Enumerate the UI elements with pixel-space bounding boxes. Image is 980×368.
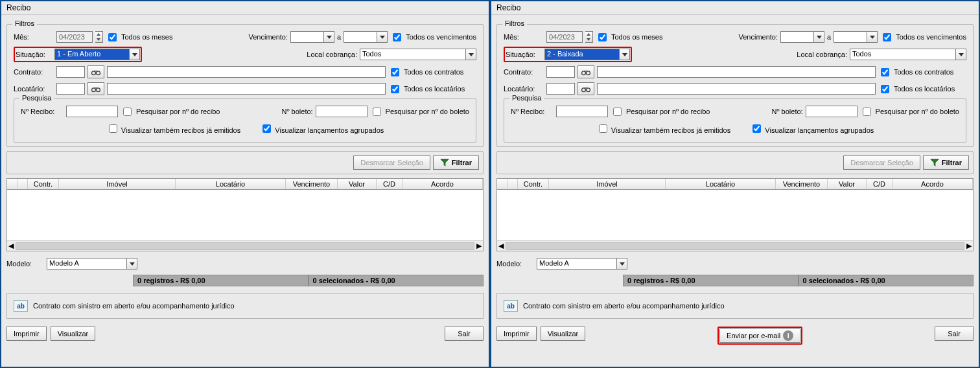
todos-locatarios-label: Todos os locatários	[404, 85, 465, 93]
horizontal-scrollbar[interactable]: ◀ ▶	[7, 240, 483, 251]
svg-point-6	[582, 88, 586, 92]
window-title: Recibo	[1, 1, 489, 15]
modelo-select[interactable]: Modelo A	[47, 258, 137, 270]
todos-contratos-checkbox[interactable]	[391, 68, 399, 76]
situacao-highlight: Situação: 1 - Em Aberto	[14, 47, 142, 62]
contrato-search-button[interactable]	[578, 65, 594, 78]
col-valor[interactable]: Valor	[828, 179, 867, 189]
table-body[interactable]	[497, 190, 973, 240]
visualizar-agrupados-checkbox[interactable]	[262, 124, 271, 133]
chevron-down-icon[interactable]	[126, 259, 137, 269]
scroll-thumb[interactable]	[16, 242, 474, 250]
scroll-left-icon[interactable]: ◀	[8, 242, 14, 250]
pesquisar-boleto-checkbox[interactable]	[863, 108, 871, 116]
imprimir-button[interactable]: Imprimir	[496, 327, 537, 341]
svg-point-1	[97, 71, 100, 75]
chevron-down-icon[interactable]	[867, 32, 877, 42]
locatario-code-input[interactable]	[56, 83, 85, 95]
pesquisar-recibo-checkbox[interactable]	[613, 108, 622, 116]
mes-spinner[interactable]	[56, 31, 93, 43]
chevron-down-icon[interactable]	[619, 49, 629, 60]
horizontal-scrollbar[interactable]: ◀ ▶	[497, 240, 973, 251]
desmarcar-selecao-button[interactable]: Desmarcar Seleção	[843, 155, 920, 170]
n-recibo-input[interactable]	[556, 106, 608, 117]
col-locatario[interactable]: Locatário	[176, 179, 286, 189]
todos-meses-checkbox[interactable]	[108, 33, 117, 41]
contrato-search-button[interactable]	[88, 65, 104, 78]
chevron-down-icon[interactable]	[323, 32, 334, 42]
chevron-down-icon[interactable]	[616, 259, 627, 269]
todos-vencimentos-checkbox[interactable]	[393, 33, 401, 41]
mes-spinner[interactable]	[546, 31, 583, 43]
sair-button[interactable]: Sair	[935, 327, 974, 341]
col-valor[interactable]: Valor	[338, 179, 377, 189]
col-acordo[interactable]: Acordo	[892, 179, 973, 189]
local-cobranca-select[interactable]: Todos	[360, 49, 476, 60]
col-acordo[interactable]: Acordo	[402, 179, 483, 189]
sair-button[interactable]: Sair	[445, 327, 484, 341]
visualizar-agrupados-label: Visualizar lançamentos agrupados	[275, 126, 384, 134]
col-cd[interactable]: C/D	[377, 179, 402, 189]
visualizar-agrupados-checkbox[interactable]	[752, 124, 761, 133]
col-contr[interactable]: Contr.	[518, 179, 549, 189]
filtros-fieldset: Filtros Mês: Todos os meses Vencimento: …	[496, 24, 974, 147]
locatario-search-button[interactable]	[578, 82, 594, 95]
visualizar-emitidos-checkbox[interactable]	[109, 124, 117, 133]
window-title: Recibo	[491, 1, 979, 15]
pesquisar-recibo-checkbox[interactable]	[123, 108, 132, 116]
locatario-desc-input[interactable]	[107, 83, 386, 95]
contrato-code-input[interactable]	[56, 66, 85, 78]
locatario-desc-input[interactable]	[597, 83, 876, 95]
chevron-down-icon[interactable]	[813, 32, 824, 42]
mes-spinner-buttons[interactable]	[585, 31, 593, 43]
todos-locatarios-label: Todos os locatários	[894, 85, 955, 93]
filtrar-button[interactable]: Filtrar	[923, 155, 969, 170]
col-cd[interactable]: C/D	[867, 179, 892, 189]
todos-locatarios-checkbox[interactable]	[881, 85, 889, 93]
visualizar-button[interactable]: Visualizar	[51, 327, 96, 341]
scroll-thumb[interactable]	[506, 242, 964, 250]
n-recibo-input[interactable]	[66, 106, 118, 117]
status-bar: 0 registros - R$ 0,00 0 selecionados - R…	[496, 275, 974, 286]
visualizar-emitidos-checkbox[interactable]	[599, 124, 607, 133]
table-body[interactable]	[7, 190, 483, 240]
modelo-select[interactable]: Modelo A	[537, 258, 627, 270]
funnel-icon	[440, 158, 449, 167]
locatario-code-input[interactable]	[546, 83, 575, 95]
todos-contratos-checkbox[interactable]	[881, 68, 889, 76]
situacao-select[interactable]: 2 - Baixada	[544, 49, 630, 60]
contrato-desc-input[interactable]	[597, 66, 876, 78]
mes-spinner-buttons[interactable]	[95, 31, 103, 43]
desmarcar-selecao-button[interactable]: Desmarcar Seleção	[353, 155, 430, 170]
todos-vencimentos-checkbox[interactable]	[883, 33, 891, 41]
n-boleto-input[interactable]	[806, 106, 858, 117]
n-boleto-input[interactable]	[316, 106, 368, 117]
locatario-search-button[interactable]	[88, 82, 104, 95]
situacao-highlight: Situação: 2 - Baixada	[504, 47, 632, 62]
col-vencimento[interactable]: Vencimento	[776, 179, 828, 189]
filtrar-button[interactable]: Filtrar	[433, 155, 479, 170]
chevron-down-icon[interactable]	[955, 49, 966, 60]
contrato-code-input[interactable]	[546, 66, 575, 78]
binoculars-icon	[581, 68, 590, 76]
visualizar-button[interactable]: Visualizar	[541, 327, 586, 341]
chevron-down-icon[interactable]	[377, 32, 387, 42]
todos-locatarios-checkbox[interactable]	[391, 85, 399, 93]
col-contr[interactable]: Contr.	[28, 179, 59, 189]
pesquisar-boleto-checkbox[interactable]	[373, 108, 381, 116]
col-imovel[interactable]: Imóvel	[549, 179, 666, 189]
scroll-right-icon[interactable]: ▶	[476, 242, 482, 250]
col-locatario[interactable]: Locatário	[666, 179, 776, 189]
todos-meses-checkbox[interactable]	[598, 33, 607, 41]
contrato-desc-input[interactable]	[107, 66, 386, 78]
chevron-down-icon[interactable]	[129, 49, 139, 60]
col-vencimento[interactable]: Vencimento	[286, 179, 338, 189]
enviar-email-button[interactable]: Enviar por e-mail i	[719, 328, 800, 343]
chevron-down-icon[interactable]	[465, 49, 476, 60]
situacao-select[interactable]: 1 - Em Aberto	[54, 49, 140, 60]
scroll-left-icon[interactable]: ◀	[498, 242, 504, 250]
local-cobranca-select[interactable]: Todos	[850, 49, 966, 60]
imprimir-button[interactable]: Imprimir	[6, 327, 47, 341]
col-imovel[interactable]: Imóvel	[59, 179, 176, 189]
scroll-right-icon[interactable]: ▶	[966, 242, 972, 250]
